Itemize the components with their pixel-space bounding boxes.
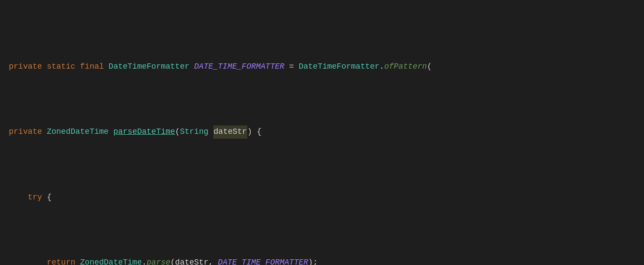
keyword-final: final — [80, 60, 109, 74]
keyword-return: return — [47, 256, 80, 265]
type-zoneddatetime2: ZonedDateTime — [80, 256, 142, 265]
keyword-private: private — [9, 60, 47, 74]
type-datetimeformatter: DateTimeFormatter — [109, 60, 190, 74]
param-datestr: dateStr — [213, 125, 248, 139]
const-dtf2: DATE_TIME_FORMATTER — [218, 256, 308, 265]
type-zoneddatetime: ZonedDateTime — [47, 125, 108, 139]
keyword-static: static — [47, 60, 80, 74]
code-line-1: private static final DateTimeFormatter D… — [9, 60, 635, 74]
type-string: String — [180, 125, 209, 139]
code-editor: private static final DateTimeFormatter D… — [0, 0, 644, 265]
keyword-try: try — [28, 191, 42, 204]
type-datetimeformatter2: DateTimeFormatter — [299, 60, 380, 74]
method-parsedatetime: parseDateTime — [113, 125, 175, 139]
code-line-2: private ZonedDateTime parseDateTime(Stri… — [9, 125, 635, 139]
method-parse: parse — [146, 256, 170, 265]
method-ofpattern: ofPattern — [384, 60, 427, 74]
keyword-private2: private — [9, 125, 47, 139]
code-line-3: try { — [9, 191, 635, 204]
const-datetimeformatter: DATE_TIME_FORMATTER — [194, 60, 284, 74]
code-line-4: return ZonedDateTime.parse(dateStr, DATE… — [9, 256, 635, 265]
